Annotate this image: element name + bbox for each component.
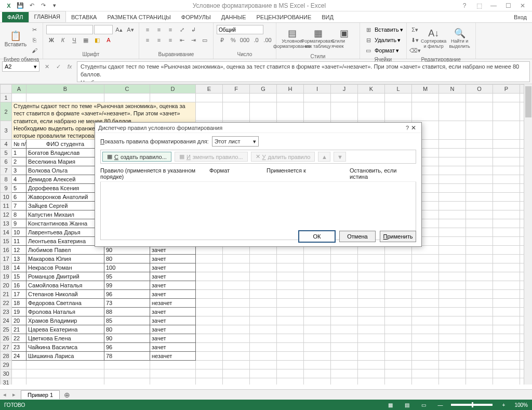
cell[interactable]	[223, 352, 250, 361]
enter-formula-icon[interactable]: ✓	[53, 61, 63, 72]
cell[interactable]	[412, 94, 439, 102]
column-header[interactable]: N	[439, 85, 466, 94]
cell[interactable]: 90	[104, 246, 150, 255]
cell[interactable]	[304, 290, 331, 299]
row-header[interactable]: 11	[1, 202, 12, 210]
row-header[interactable]: 2	[1, 102, 12, 121]
cell[interactable]: 23	[12, 343, 26, 352]
autosum-icon[interactable]: Σ▾	[410, 25, 420, 34]
cell[interactable]	[439, 246, 466, 255]
cell[interactable]	[223, 361, 250, 369]
cell[interactable]	[277, 334, 304, 343]
row-header[interactable]: 27	[1, 343, 12, 352]
cell[interactable]	[412, 343, 439, 352]
cell[interactable]	[104, 369, 150, 378]
cell[interactable]	[493, 102, 520, 121]
cell[interactable]	[439, 94, 466, 102]
cell[interactable]: Жаворонков Анатолий	[26, 193, 104, 202]
cell[interactable]	[466, 94, 493, 102]
cell[interactable]	[223, 308, 250, 316]
cell[interactable]	[331, 272, 358, 281]
row-header[interactable]: 30	[1, 369, 12, 378]
cell[interactable]	[223, 246, 250, 255]
column-header[interactable]: A	[12, 85, 26, 94]
cell[interactable]: 16	[12, 281, 26, 290]
dec-decimal-icon[interactable]: .00	[262, 35, 273, 45]
cell[interactable]	[196, 325, 223, 334]
cell[interactable]	[26, 369, 104, 378]
cell[interactable]	[466, 166, 493, 175]
cell[interactable]	[493, 121, 520, 140]
row-header[interactable]: 4	[1, 140, 12, 149]
cell[interactable]	[26, 94, 104, 102]
cell[interactable]	[358, 343, 385, 352]
orientation-icon[interactable]: ⤢	[177, 25, 187, 34]
cell[interactable]	[412, 308, 439, 316]
cell[interactable]	[223, 325, 250, 334]
row-header[interactable]: 22	[1, 299, 12, 308]
cell[interactable]	[412, 325, 439, 334]
cell[interactable]: 73	[104, 299, 150, 308]
tab-review[interactable]: РЕЦЕНЗИРОВАНИЕ	[251, 12, 316, 22]
cell[interactable]	[385, 255, 412, 263]
cell[interactable]	[104, 378, 150, 385]
cell[interactable]: Макарова Юлия	[26, 255, 104, 263]
cell[interactable]	[439, 228, 466, 237]
cell[interactable]	[277, 272, 304, 281]
cell[interactable]	[304, 369, 331, 378]
cell[interactable]	[223, 343, 250, 352]
column-header[interactable]: I	[304, 85, 331, 94]
cell[interactable]	[493, 246, 520, 255]
cell[interactable]	[493, 299, 520, 308]
cell[interactable]: 80	[104, 325, 150, 334]
cell[interactable]	[439, 175, 466, 184]
formula-input[interactable]: Студенты сдают тест по теме «Рыночная эк…	[77, 61, 530, 82]
cell[interactable]	[277, 378, 304, 385]
minimize-icon[interactable]: —	[488, 2, 499, 9]
cell[interactable]	[466, 237, 493, 246]
cell[interactable]	[26, 361, 104, 369]
help-icon[interactable]: ?	[459, 2, 470, 9]
cell[interactable]	[466, 361, 493, 369]
cell[interactable]	[358, 308, 385, 316]
cell[interactable]: Волкова Ольга	[26, 166, 104, 175]
view-break-icon[interactable]: ▭	[418, 402, 429, 408]
view-layout-icon[interactable]: ▤	[401, 402, 413, 408]
cell[interactable]	[412, 334, 439, 343]
cell[interactable]	[304, 255, 331, 263]
cell[interactable]	[466, 121, 493, 140]
cell[interactable]	[412, 246, 439, 255]
format-as-table-button[interactable]: ▦Форматировать как таблицу	[305, 25, 330, 52]
column-header[interactable]: D	[150, 85, 196, 94]
cell[interactable]	[223, 94, 250, 102]
cell[interactable]: незачет	[150, 299, 196, 308]
cell[interactable]: 85	[104, 316, 150, 325]
cell[interactable]	[250, 369, 277, 378]
cell[interactable]	[466, 102, 493, 121]
cell[interactable]: 78	[104, 352, 150, 361]
cell[interactable]: 90	[104, 334, 150, 343]
cell[interactable]	[439, 157, 466, 166]
cell[interactable]	[250, 299, 277, 308]
cell[interactable]	[385, 263, 412, 272]
cell[interactable]: зачет	[150, 334, 196, 343]
column-header[interactable]: E	[196, 85, 223, 94]
row-header[interactable]: 16	[1, 246, 12, 255]
wrap-text-icon[interactable]: ↲	[188, 25, 198, 34]
cell[interactable]	[196, 378, 223, 385]
cell[interactable]	[277, 246, 304, 255]
cell[interactable]: Дорофеева Ксения	[26, 184, 104, 193]
cell[interactable]	[196, 334, 223, 343]
cell[interactable]: зачет	[150, 325, 196, 334]
cell[interactable]	[439, 299, 466, 308]
row-header[interactable]: 26	[1, 334, 12, 343]
cell[interactable]: 88	[104, 308, 150, 316]
cell[interactable]	[304, 325, 331, 334]
cell[interactable]	[331, 290, 358, 299]
cell[interactable]: 10	[12, 228, 26, 237]
row-header[interactable]: 31	[1, 378, 12, 385]
cell[interactable]	[277, 94, 304, 102]
signin-link[interactable]: Вход	[509, 12, 532, 22]
cell[interactable]	[277, 102, 304, 121]
cell[interactable]	[439, 193, 466, 202]
